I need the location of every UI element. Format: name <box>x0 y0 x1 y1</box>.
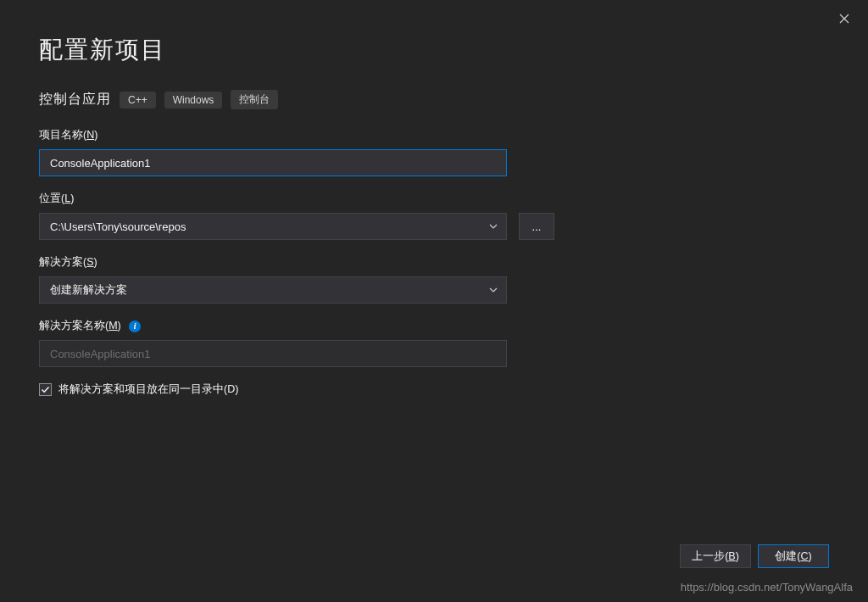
create-button[interactable]: 创建(C) <box>758 544 829 568</box>
info-icon[interactable]: i <box>129 321 141 332</box>
tag-windows: Windows <box>164 92 223 109</box>
solution-value: 创建新解决方案 <box>50 282 127 298</box>
project-type-row: 控制台应用 C++ Windows 控制台 <box>39 90 829 109</box>
chevron-down-icon <box>489 224 498 229</box>
solution-select[interactable]: 创建新解决方案 <box>39 276 507 304</box>
solution-name-input <box>39 340 507 367</box>
chevron-down-icon <box>489 287 498 293</box>
solution-label: 解决方案(S) <box>39 255 829 270</box>
project-name-label: 项目名称(N) <box>39 128 829 142</box>
location-value: C:\Users\Tony\source\repos <box>50 220 186 233</box>
project-type-label: 控制台应用 <box>39 91 111 109</box>
same-directory-label[interactable]: 将解决方案和项目放在同一目录中(D) <box>58 382 238 397</box>
browse-button[interactable]: ... <box>519 213 554 240</box>
tag-cpp: C++ <box>120 92 156 109</box>
close-icon <box>839 14 849 24</box>
back-button[interactable]: 上一步(B) <box>680 544 751 568</box>
close-button[interactable] <box>831 7 858 31</box>
tag-console: 控制台 <box>231 90 278 109</box>
watermark: https://blog.csdn.net/TonyWangAlfa <box>681 581 853 594</box>
check-icon <box>41 385 50 394</box>
location-select[interactable]: C:\Users\Tony\source\repos <box>39 213 507 240</box>
solution-name-label: 解决方案名称(M) i <box>39 319 829 333</box>
page-title: 配置新项目 <box>39 34 829 66</box>
project-name-input[interactable] <box>39 149 507 176</box>
same-directory-checkbox[interactable] <box>39 383 52 396</box>
location-label: 位置(L) <box>39 192 829 206</box>
